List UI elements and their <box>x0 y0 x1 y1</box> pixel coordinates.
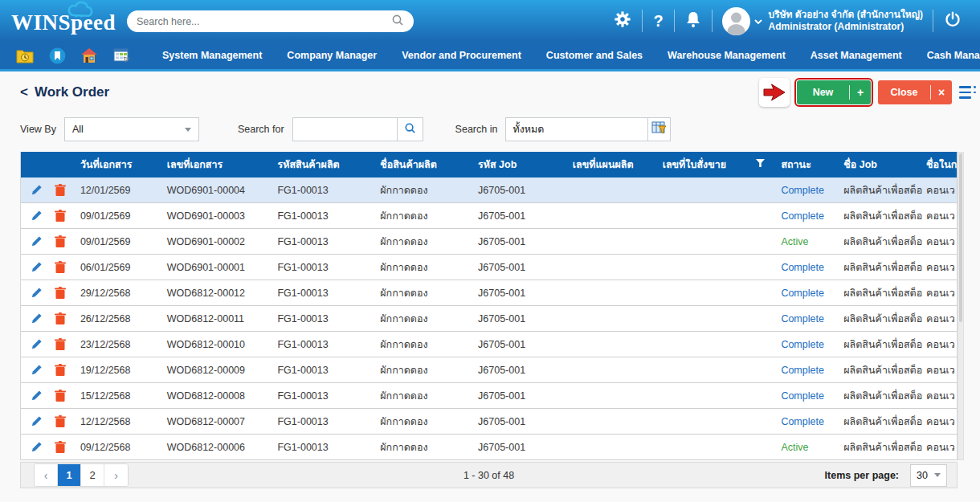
edit-button[interactable] <box>30 338 43 351</box>
cell-status-link[interactable]: Active <box>771 236 837 247</box>
table-row[interactable]: 06/01/2569 WOD6901-00001 FG1-00013 ผักกา… <box>21 255 957 280</box>
edit-button[interactable] <box>30 210 43 222</box>
col-header-product-name[interactable]: ชื่อสินค้าผลิต <box>370 157 468 173</box>
back-chevron-icon[interactable]: < <box>20 84 28 100</box>
new-button[interactable]: New + <box>797 80 871 104</box>
nav-customer-sales[interactable]: Customer and Sales <box>546 50 643 61</box>
search-in-label: Search in <box>455 124 498 135</box>
view-by-dropdown[interactable]: All <box>64 117 199 141</box>
col-header-product-code[interactable]: รหัสสินค้าผลิต <box>267 157 370 173</box>
col-header-doc-date[interactable]: วันที่เอกสาร <box>71 157 157 173</box>
range-text: 1 - 30 of 48 <box>21 470 957 481</box>
edit-button[interactable] <box>30 184 43 197</box>
edit-button[interactable] <box>30 287 43 300</box>
delete-button[interactable] <box>54 390 67 402</box>
cell-status-link[interactable]: Complete <box>771 339 837 350</box>
cell-product-code: FG1-00013 <box>267 416 370 427</box>
table-row[interactable]: 23/12/2568 WOD6812-00010 FG1-00013 ผักกา… <box>21 332 957 357</box>
column-filter-button[interactable] <box>648 117 671 141</box>
global-search[interactable] <box>127 10 414 32</box>
edit-button[interactable] <box>30 390 43 402</box>
nav-company-manager[interactable]: Company Manager <box>287 50 377 61</box>
edit-button[interactable] <box>30 261 43 274</box>
table-row[interactable]: 19/12/2568 WOD6812-00009 FG1-00013 ผักกา… <box>21 357 957 383</box>
edit-button[interactable] <box>30 235 43 248</box>
table-row[interactable]: 26/12/2568 WOD6812-00011 FG1-00013 ผักกา… <box>21 306 957 332</box>
nav-warehouse-management[interactable]: Warehouse Management <box>668 50 786 61</box>
cell-status-link[interactable]: Complete <box>771 185 837 196</box>
table-row[interactable]: 29/12/2568 WOD6812-00012 FG1-00013 ผักกา… <box>21 280 957 306</box>
edit-button[interactable] <box>30 441 43 454</box>
menu-list-icon[interactable] <box>959 84 978 100</box>
delete-button[interactable] <box>54 287 67 300</box>
search-in-input[interactable] <box>505 117 648 141</box>
col-header-doc-no[interactable]: เลขที่เอกสาร <box>157 157 268 173</box>
delete-button[interactable] <box>54 235 67 248</box>
cell-doc-date: 06/01/2569 <box>71 262 157 273</box>
cell-status-link[interactable]: Complete <box>771 416 837 427</box>
search-for-button[interactable] <box>398 117 423 141</box>
nav-system-management[interactable]: System Management <box>162 50 262 61</box>
delete-button[interactable] <box>54 364 67 377</box>
col-header-job-name[interactable]: ชื่อ Job <box>837 157 923 173</box>
edit-button[interactable] <box>30 415 43 428</box>
scrollbar-thumb[interactable] <box>959 153 962 322</box>
col-header-status[interactable]: สถานะ <box>771 157 837 173</box>
cell-status-link[interactable]: Complete <box>771 210 837 222</box>
cell-job-code: J6705-001 <box>468 339 563 350</box>
cell-status-link[interactable]: Complete <box>771 390 837 402</box>
cell-status-link[interactable]: Complete <box>771 313 837 324</box>
table-row[interactable]: 09/12/2568 WOD6812-00006 FG1-00013 ผักกา… <box>21 435 957 460</box>
close-button[interactable]: Close × <box>878 80 952 104</box>
delete-button[interactable] <box>54 441 67 454</box>
calendar-grid-icon[interactable] <box>112 47 130 63</box>
cell-status-link[interactable]: Complete <box>771 365 837 376</box>
nav-vendor-procurement[interactable]: Vendor and Procurement <box>402 50 521 61</box>
cell-status-link[interactable]: Complete <box>771 262 837 273</box>
col-header-job-code[interactable]: รหัส Job <box>468 157 563 173</box>
nav-asset-management[interactable]: Asset Management <box>811 50 902 61</box>
logout-button[interactable] <box>933 9 972 33</box>
delete-button[interactable] <box>54 312 67 325</box>
delete-button[interactable] <box>54 261 67 274</box>
delete-button[interactable] <box>54 338 67 351</box>
search-for-input[interactable] <box>292 117 398 141</box>
delete-button[interactable] <box>54 415 67 428</box>
col-header-name-in[interactable]: ชื่อในก <box>923 157 957 173</box>
edit-button[interactable] <box>30 364 43 377</box>
main-navbar: System Management Company Manager Vendor… <box>0 42 980 71</box>
cell-name-in: คอนเว <box>923 388 957 404</box>
delete-button[interactable] <box>54 184 67 197</box>
home-icon[interactable] <box>80 47 98 63</box>
search-icon[interactable] <box>391 14 404 30</box>
bookmark-icon[interactable] <box>48 47 66 63</box>
table-row[interactable]: 12/12/2568 WOD6812-00007 FG1-00013 ผักกา… <box>21 409 957 435</box>
recent-folder-icon[interactable] <box>16 47 34 63</box>
table-row[interactable]: 15/12/2568 WOD6812-00008 FG1-00013 ผักกา… <box>21 383 957 409</box>
annotation-arrow <box>759 78 790 107</box>
brand-logo[interactable]: WINSpeed <box>11 0 132 42</box>
user-menu[interactable] <box>713 7 769 35</box>
notifications-button[interactable] <box>675 9 712 33</box>
table-row[interactable]: 09/01/2569 WOD6901-00002 FG1-00013 ผักกา… <box>21 229 957 255</box>
cell-doc-date: 19/12/2568 <box>71 365 157 376</box>
global-search-input[interactable] <box>137 16 391 27</box>
cell-status-link[interactable]: Complete <box>771 288 837 299</box>
table-row[interactable]: 09/01/2569 WOD6901-00003 FG1-00013 ผักกา… <box>21 203 957 229</box>
table-row[interactable]: 12/01/2569 WOD6901-00004 FG1-00013 ผักกา… <box>21 178 957 203</box>
funnel-filter-icon[interactable] <box>756 159 765 170</box>
col-header-plan-no[interactable]: เลขที่แผนผลิต <box>563 157 653 173</box>
help-button[interactable]: ? <box>643 9 673 33</box>
cell-doc-no: WOD6901-00003 <box>157 210 268 222</box>
cell-product-name: ผักกาดดอง <box>370 208 468 224</box>
edit-button[interactable] <box>30 312 43 325</box>
settings-button[interactable] <box>603 9 642 33</box>
nav-cash-management[interactable]: Cash Management <box>927 50 980 61</box>
filter-bar: View By All Search for Search in <box>0 113 980 145</box>
cell-doc-no: WOD6812-00008 <box>157 390 268 402</box>
cell-job-name: ผลิตสินค้าเพื่อสต็อกi <box>837 311 923 327</box>
delete-button[interactable] <box>54 210 67 222</box>
vertical-scrollbar[interactable] <box>958 152 964 460</box>
cell-status-link[interactable]: Active <box>771 442 837 453</box>
col-header-so-no[interactable]: เลขที่ใบสั่งขาย <box>653 157 772 173</box>
